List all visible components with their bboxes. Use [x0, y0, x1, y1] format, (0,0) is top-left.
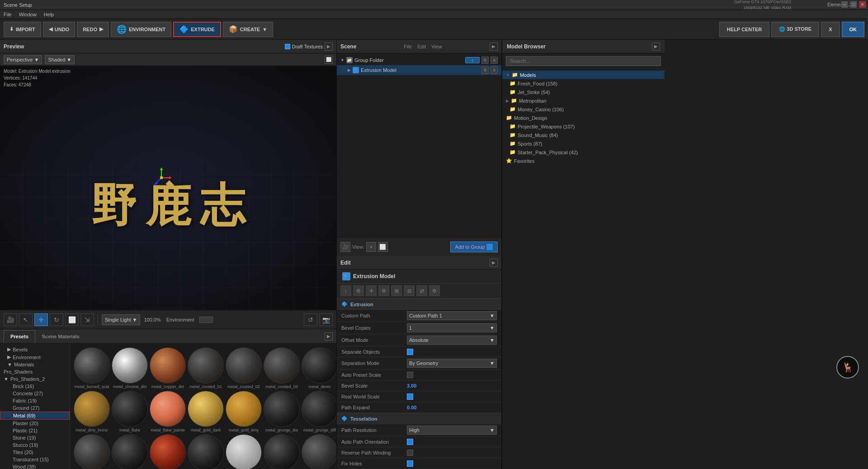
x-button[interactable]: X [821, 22, 840, 37]
mat-light-scratc[interactable]: metal_light_scratc [226, 434, 262, 469]
add-to-group-btn[interactable]: Add to Group [450, 242, 498, 252]
tree-environment[interactable]: ▶ Environment [0, 353, 70, 361]
scale-btn[interactable]: ⇲ [80, 313, 94, 326]
redo-button[interactable]: REDO ▶ [77, 22, 109, 37]
bt-sound-music[interactable]: 📁 Sound_Music (84) [502, 131, 665, 139]
preview-expand-btn[interactable]: ▶ [325, 43, 333, 51]
mat-flake[interactable]: metal_flake [112, 391, 148, 432]
tree-stone[interactable]: Stone (19) [0, 434, 70, 441]
box-btn[interactable]: ⬜ [65, 313, 79, 326]
undo-button[interactable]: ◀ UNDO [43, 22, 75, 37]
search-input[interactable] [506, 56, 661, 66]
scene-expand-btn[interactable]: ▶ [490, 43, 498, 51]
create-button[interactable]: 📦 CREATE ▼ [223, 22, 273, 37]
tree-plastic[interactable]: Plastic (21) [0, 427, 70, 434]
menu-window[interactable]: Window [19, 12, 37, 17]
select-btn[interactable]: ↖ [19, 313, 33, 326]
scene-close-btn[interactable]: ✕ [491, 57, 498, 64]
et-flip-btn[interactable]: ⇄ [416, 285, 427, 296]
mat-grunge-wall[interactable]: metal_grunge_wall [188, 434, 224, 469]
minimize-btn[interactable]: ─ [841, 1, 848, 8]
perspective-dropdown[interactable]: Perspective ▼ [4, 55, 42, 64]
bt-metropolitan[interactable]: ▶ 📁 Metropolitan [502, 96, 665, 105]
bt-jet-strike[interactable]: 📁 Jet_Strike (54) [502, 88, 665, 96]
bt-starter-pack[interactable]: 📁 Starter_Pack_Physical (42) [502, 148, 665, 156]
tree-bevels[interactable]: ▶ Bevels [0, 346, 70, 353]
env-toggle[interactable] [199, 317, 213, 323]
mat-pannel-colo[interactable]: metal_pannel_colo [302, 434, 336, 469]
tree-wood[interactable]: Wood (38) [0, 463, 70, 469]
model-close-btn[interactable]: ✕ [491, 66, 498, 74]
mat-gold-dark[interactable]: metal_gold_dark [188, 391, 224, 432]
tree-concrete[interactable]: Concrete (27) [0, 390, 70, 397]
browser-expand-btn[interactable]: ▶ [652, 43, 660, 51]
tree-ground[interactable]: Ground (27) [0, 404, 70, 412]
scene-extrusion-model[interactable]: ▶ 🔷 Extrusion Model ⚙ ✕ [337, 65, 501, 75]
help-center-button[interactable]: HELP CENTER [719, 22, 769, 37]
bt-models[interactable]: ▼ 📁 Models [502, 71, 665, 79]
mat-dirty-bronz[interactable]: metal_dirty_bronz [74, 391, 110, 432]
refresh-btn[interactable]: ↺ [304, 313, 317, 326]
mat-chrome-dirt[interactable]: metal_chrome_dirt [112, 347, 148, 389]
separate-objects-checkbox[interactable] [407, 349, 413, 355]
tree-pro-shaders[interactable]: Pro_Shaders [0, 368, 70, 375]
screenshot-btn[interactable]: 📷 [319, 313, 333, 326]
mat-burned-scat[interactable]: metal_burned_scat [74, 347, 110, 389]
tree-materials[interactable]: ▼ Materials [0, 361, 70, 368]
tree-metal[interactable]: Metal (69) [0, 412, 70, 420]
separation-mode-dropdown[interactable]: By Geometry ▼ [407, 359, 497, 368]
et-copy-btn[interactable]: ⊟ [404, 285, 415, 296]
mat-painted[interactable]: metal_painted [264, 434, 300, 469]
bt-sports[interactable]: 📁 Sports (87) [502, 139, 665, 148]
bt-motion-design[interactable]: 📁 Motion_Design [502, 114, 665, 122]
add-btn[interactable]: ✛ [34, 313, 48, 326]
camera-view-btn[interactable]: 🎥 [340, 242, 350, 252]
store-3d-button[interactable]: 🌐 3D STORE [771, 22, 819, 37]
mat-flake-painte[interactable]: metal_flake_painte [150, 391, 186, 432]
view-box-btn[interactable]: ⬜ [378, 242, 388, 252]
tab-presets[interactable]: Presets [4, 330, 35, 343]
mat-grunge-rust[interactable]: metal_grunge_rust [150, 434, 186, 469]
bt-favorites[interactable]: ⭐ Favorites [502, 156, 665, 165]
edit-expand-btn[interactable]: ▶ [490, 259, 498, 267]
offset-mode-dropdown[interactable]: Absolute ▼ [407, 336, 497, 345]
scene-settings-btn[interactable]: ⚙ [481, 57, 489, 64]
path-resolution-dropdown[interactable]: High ▼ [407, 426, 497, 435]
et-add-btn[interactable]: ✛ [366, 285, 377, 296]
et-rotate-btn[interactable]: ⚙ [353, 285, 364, 296]
tree-stucco[interactable]: Stucco (19) [0, 441, 70, 449]
mat-dents[interactable]: metal_dents [302, 347, 336, 389]
et-move-btn[interactable]: ↕ [340, 285, 351, 296]
view-sphere-btn[interactable]: ⚬ [366, 242, 376, 252]
mat-crusted-01[interactable]: metal_crusted_01 [188, 347, 224, 389]
et-gear-btn[interactable]: ⚙ [429, 285, 440, 296]
import-button[interactable]: ⬇ IMPORT [4, 22, 41, 37]
mat-copper-dirt[interactable]: metal_copper_dirt [150, 347, 186, 389]
fix-holes-checkbox[interactable] [407, 460, 413, 467]
auto-preset-scale-checkbox[interactable] [407, 372, 413, 378]
mat-crusted-02[interactable]: metal_crusted_02 [226, 347, 262, 389]
mat-crusted-03[interactable]: metal_crusted_03 [264, 347, 300, 389]
et-settings-btn[interactable]: ⚙ [378, 285, 389, 296]
mat-gold-dirty[interactable]: metal_gold_dirty [226, 391, 262, 432]
path-expand-value[interactable]: 0.00 [407, 405, 416, 410]
rotate-btn[interactable]: ↻ [50, 313, 63, 326]
light-mode-dropdown[interactable]: Single Light ▼ [102, 314, 140, 325]
scene-menu-view[interactable]: View [431, 44, 442, 49]
environment-button[interactable]: 🌐 ENVIRONMENT [111, 22, 171, 37]
bt-projectile-weapons[interactable]: 📁 Projectile_Weapons (107) [502, 122, 665, 131]
model-settings-btn[interactable]: ⚙ [481, 66, 489, 74]
viewport-expand-btn[interactable]: ⬜ [325, 56, 333, 64]
visibility-toggle[interactable]: 1 [465, 57, 480, 63]
tab-scene-materials[interactable]: Scene Materials [35, 330, 86, 343]
mat-grunge-dirt[interactable]: metal_grunge_dirt [74, 434, 110, 469]
close-btn[interactable]: ✕ [859, 1, 866, 8]
extrude-button[interactable]: 🔷 EXTRUDE [173, 22, 221, 37]
mat-grunge-diff[interactable]: metal_grunge_diff [302, 391, 336, 432]
scene-menu-edit[interactable]: Edit [417, 44, 426, 49]
draft-textures-checkbox[interactable] [285, 44, 290, 49]
ok-button[interactable]: OK [842, 22, 865, 37]
tree-plaster[interactable]: Plaster (20) [0, 420, 70, 427]
bevel-scale-value[interactable]: 3.00 [407, 383, 416, 388]
mat-grunge-mid[interactable]: metal_grunge_mid [112, 434, 148, 469]
